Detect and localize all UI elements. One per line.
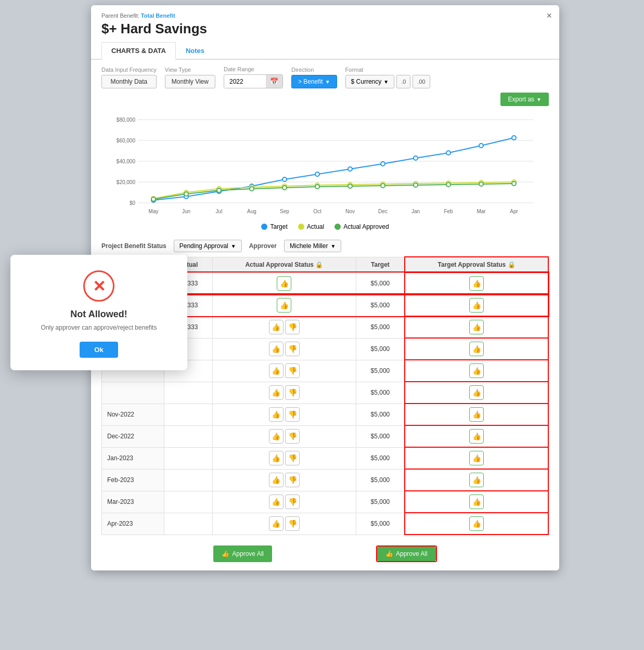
reject-icon[interactable]: 👎 bbox=[285, 495, 300, 509]
svg-text:Apr: Apr bbox=[510, 209, 518, 214]
reject-icon[interactable]: 👎 bbox=[285, 342, 300, 356]
approve-all-row: 👍 Approve All 👍 Approve All bbox=[91, 540, 559, 570]
actual-approval-cell: 👍 👎 bbox=[213, 425, 356, 447]
approve-icon[interactable]: 👍 bbox=[469, 342, 484, 356]
approve-icon[interactable]: 👍 bbox=[269, 407, 284, 422]
svg-point-20 bbox=[479, 144, 483, 148]
table-row: Jan-2023 👍 👎 $5,000 👍 bbox=[102, 447, 549, 469]
approve-icon[interactable]: 👍 bbox=[469, 429, 484, 444]
target-cell: $5,000 bbox=[356, 404, 405, 425]
view-type-group: View Type Monthly View bbox=[165, 67, 215, 88]
approve-icon[interactable]: 👍 bbox=[469, 385, 484, 400]
approve-icon[interactable]: 👍 bbox=[469, 516, 484, 531]
target-approval-cell: 👍 bbox=[405, 513, 548, 535]
reject-icon[interactable]: 👎 bbox=[285, 429, 300, 444]
approve-icon[interactable]: 👍 bbox=[469, 495, 484, 509]
th-actual-approval-status: Actual Approval Status 🔒 bbox=[213, 257, 356, 272]
svg-point-39 bbox=[315, 185, 319, 189]
chart-legend: Target Actual Actual Approved bbox=[101, 223, 549, 230]
svg-point-15 bbox=[315, 172, 319, 176]
approve-icon[interactable]: 👍 bbox=[269, 516, 284, 531]
svg-point-17 bbox=[381, 162, 385, 166]
reject-icon[interactable]: 👎 bbox=[285, 451, 300, 465]
approve-icon[interactable]: 👍 bbox=[469, 320, 484, 334]
alert-icon-symbol: ✕ bbox=[93, 277, 106, 295]
approve-icon[interactable]: 👍 bbox=[469, 451, 484, 465]
target-cell: $5,000 bbox=[356, 316, 405, 338]
target-cell: $5,000 bbox=[356, 447, 405, 469]
target-cell: $5,000 bbox=[356, 272, 405, 294]
actual-approval-cell: 👍 👎 bbox=[213, 513, 356, 535]
svg-text:Aug: Aug bbox=[247, 209, 256, 214]
approve-icon[interactable]: 👍 bbox=[269, 320, 284, 334]
approve-all-target-button[interactable]: 👍 Approve All bbox=[377, 547, 436, 561]
reject-icon[interactable]: 👎 bbox=[285, 320, 300, 334]
approve-icon[interactable]: 👍 bbox=[277, 276, 291, 291]
actual-approval-cell: 👍 👎 bbox=[213, 316, 356, 338]
tabs-row: CHARTS & DATA Notes bbox=[91, 42, 559, 60]
direction-button[interactable]: > Benefit ▼ bbox=[291, 75, 337, 88]
svg-point-36 bbox=[217, 188, 221, 192]
target-approval-cell: 👍 bbox=[405, 425, 548, 447]
status-value: Pending Approval bbox=[179, 242, 228, 250]
target-cell: $5,000 bbox=[356, 491, 405, 513]
reject-icon[interactable]: 👎 bbox=[285, 363, 300, 378]
svg-text:$20,000: $20,000 bbox=[117, 179, 136, 185]
format-btn-2[interactable]: .00 bbox=[413, 75, 430, 88]
target-approval-cell: 👍 bbox=[405, 469, 548, 491]
parent-benefit-link[interactable]: Total Benefit bbox=[141, 12, 175, 19]
monthly-view-button[interactable]: Monthly View bbox=[165, 75, 215, 88]
currency-button[interactable]: $ Currency ▼ bbox=[345, 75, 395, 88]
approve-icon[interactable]: 👍 bbox=[469, 473, 484, 487]
date-cell: Nov-2022 bbox=[102, 404, 164, 425]
tab-notes[interactable]: Notes bbox=[176, 42, 214, 60]
reject-icon[interactable]: 👎 bbox=[285, 473, 300, 487]
date-range-input[interactable] bbox=[224, 75, 266, 88]
approve-icon[interactable]: 👍 bbox=[277, 298, 291, 313]
approve-all-actual-button[interactable]: 👍 Approve All bbox=[213, 545, 272, 562]
actual-cell bbox=[164, 513, 213, 535]
monthly-data-button[interactable]: Monthly Data bbox=[101, 75, 157, 88]
approve-icon[interactable]: 👍 bbox=[469, 363, 484, 378]
approve-icon[interactable]: 👍 bbox=[269, 363, 284, 378]
svg-text:Mar: Mar bbox=[476, 209, 486, 214]
actual-approval-cell: 👍 👎 bbox=[213, 382, 356, 404]
approve-icon[interactable]: 👍 bbox=[269, 451, 284, 465]
close-button[interactable]: × bbox=[546, 10, 552, 21]
approve-icon[interactable]: 👍 bbox=[269, 342, 284, 356]
svg-point-40 bbox=[348, 184, 352, 188]
approve-icon[interactable]: 👍 bbox=[469, 298, 484, 313]
alert-ok-button[interactable]: Ok bbox=[80, 342, 118, 358]
approve-icon[interactable]: 👍 bbox=[269, 473, 284, 487]
approve-icon[interactable]: 👍 bbox=[269, 385, 284, 400]
reject-icon[interactable]: 👎 bbox=[285, 516, 300, 531]
reject-icon[interactable]: 👎 bbox=[285, 407, 300, 422]
calendar-button[interactable]: 📅 bbox=[266, 75, 282, 88]
top-right-row: Export as ▼ bbox=[91, 93, 559, 109]
tab-charts-data[interactable]: CHARTS & DATA bbox=[101, 42, 176, 60]
svg-point-34 bbox=[151, 197, 156, 201]
actual-cell bbox=[164, 404, 213, 425]
actual-cell bbox=[164, 491, 213, 513]
export-button[interactable]: Export as ▼ bbox=[500, 93, 549, 106]
export-chevron-icon: ▼ bbox=[536, 97, 542, 102]
svg-point-21 bbox=[512, 136, 516, 140]
status-chevron-icon: ▼ bbox=[231, 243, 236, 249]
approve-icon[interactable]: 👍 bbox=[469, 407, 484, 422]
approve-icon[interactable]: 👍 bbox=[469, 276, 484, 291]
approver-dropdown[interactable]: Michele Miller ▼ bbox=[284, 240, 341, 252]
legend-actual-approved-label: Actual Approved bbox=[343, 223, 389, 230]
approve-icon[interactable]: 👍 bbox=[269, 495, 284, 509]
approve-icon[interactable]: 👍 bbox=[269, 429, 284, 444]
date-cell: Apr-2023 bbox=[102, 513, 164, 535]
target-cell: $5,000 bbox=[356, 382, 405, 404]
pending-approval-dropdown[interactable]: Pending Approval ▼ bbox=[174, 240, 242, 252]
svg-point-45 bbox=[512, 181, 516, 186]
actual-approval-cell: 👍 bbox=[213, 294, 356, 316]
modal-header: Parent Benefit: Total Benefit $+ Hard Sa… bbox=[91, 5, 559, 37]
target-approval-cell: 👍 bbox=[405, 294, 548, 316]
table-row: Mar-2023 👍 👎 $5,000 👍 bbox=[102, 491, 549, 513]
format-btn-1[interactable]: .0 bbox=[396, 75, 410, 88]
target-cell: $5,000 bbox=[356, 294, 405, 316]
reject-icon[interactable]: 👎 bbox=[285, 385, 300, 400]
